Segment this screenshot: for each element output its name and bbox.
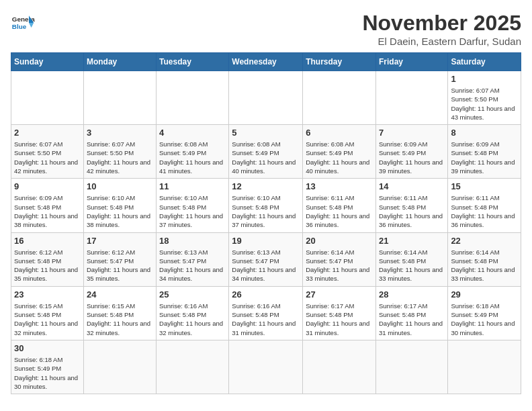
calendar-header: SundayMondayTuesdayWednesdayThursdayFrid… [11, 53, 521, 71]
day-info: Sunrise: 6:10 AM Sunset: 5:48 PM Dayligh… [87, 193, 153, 229]
day-info: Sunrise: 6:11 AM Sunset: 5:48 PM Dayligh… [306, 193, 373, 229]
day-number: 28 [379, 289, 445, 300]
calendar-cell: 12Sunrise: 6:10 AM Sunset: 5:48 PM Dayli… [229, 179, 303, 232]
svg-marker-3 [29, 23, 34, 28]
day-info: Sunrise: 6:15 AM Sunset: 5:48 PM Dayligh… [14, 302, 81, 337]
weekday-header-sunday: Sunday [11, 53, 84, 71]
day-number: 27 [306, 289, 373, 300]
calendar-cell [157, 71, 229, 125]
day-info: Sunrise: 6:12 AM Sunset: 5:48 PM Dayligh… [14, 248, 81, 283]
calendar-week-row: 16Sunrise: 6:12 AM Sunset: 5:48 PM Dayli… [11, 232, 521, 286]
day-number: 22 [451, 236, 518, 246]
weekday-header-wednesday: Wednesday [229, 53, 303, 71]
calendar-cell: 8Sunrise: 6:09 AM Sunset: 5:48 PM Daylig… [448, 125, 521, 179]
day-number: 6 [306, 128, 373, 138]
day-info: Sunrise: 6:18 AM Sunset: 5:49 PM Dayligh… [451, 302, 518, 337]
day-number: 20 [306, 236, 373, 246]
day-info: Sunrise: 6:09 AM Sunset: 5:48 PM Dayligh… [451, 140, 518, 175]
calendar-cell [11, 71, 84, 125]
calendar-cell [375, 340, 447, 394]
calendar-cell: 20Sunrise: 6:14 AM Sunset: 5:47 PM Dayli… [303, 232, 376, 286]
day-number: 24 [87, 289, 153, 300]
day-number: 1 [451, 74, 518, 84]
day-info: Sunrise: 6:13 AM Sunset: 5:47 PM Dayligh… [232, 248, 300, 283]
calendar-body: 1Sunrise: 6:07 AM Sunset: 5:50 PM Daylig… [11, 71, 521, 394]
day-info: Sunrise: 6:08 AM Sunset: 5:49 PM Dayligh… [232, 140, 300, 175]
calendar-cell: 24Sunrise: 6:15 AM Sunset: 5:48 PM Dayli… [83, 286, 156, 340]
weekday-header-tuesday: Tuesday [157, 53, 229, 71]
calendar-cell: 18Sunrise: 6:13 AM Sunset: 5:47 PM Dayli… [157, 232, 229, 286]
calendar-cell: 3Sunrise: 6:07 AM Sunset: 5:50 PM Daylig… [83, 125, 156, 179]
day-info: Sunrise: 6:11 AM Sunset: 5:48 PM Dayligh… [451, 193, 518, 229]
day-info: Sunrise: 6:14 AM Sunset: 5:48 PM Dayligh… [379, 248, 445, 283]
day-number: 25 [159, 289, 226, 300]
day-info: Sunrise: 6:16 AM Sunset: 5:48 PM Dayligh… [232, 302, 300, 337]
day-info: Sunrise: 6:09 AM Sunset: 5:48 PM Dayligh… [14, 193, 81, 229]
calendar-cell: 28Sunrise: 6:17 AM Sunset: 5:48 PM Dayli… [375, 286, 447, 340]
calendar-cell: 21Sunrise: 6:14 AM Sunset: 5:48 PM Dayli… [375, 232, 447, 286]
day-number: 9 [14, 181, 81, 191]
day-info: Sunrise: 6:13 AM Sunset: 5:47 PM Dayligh… [159, 248, 226, 283]
calendar-cell [448, 340, 521, 394]
title-area: November 2025 El Daein, Eastern Darfur, … [362, 11, 521, 47]
calendar-cell: 22Sunrise: 6:14 AM Sunset: 5:48 PM Dayli… [448, 232, 521, 286]
day-number: 14 [379, 181, 445, 191]
day-info: Sunrise: 6:12 AM Sunset: 5:47 PM Dayligh… [87, 248, 153, 283]
day-info: Sunrise: 6:11 AM Sunset: 5:48 PM Dayligh… [379, 193, 445, 229]
day-number: 10 [87, 181, 153, 191]
day-number: 19 [232, 236, 300, 246]
day-number: 17 [87, 236, 153, 246]
calendar-week-row: 30Sunrise: 6:18 AM Sunset: 5:49 PM Dayli… [11, 340, 521, 394]
day-info: Sunrise: 6:14 AM Sunset: 5:47 PM Dayligh… [306, 248, 373, 283]
day-number: 29 [451, 289, 518, 300]
calendar-cell: 16Sunrise: 6:12 AM Sunset: 5:48 PM Dayli… [11, 232, 84, 286]
day-info: Sunrise: 6:16 AM Sunset: 5:48 PM Dayligh… [159, 302, 226, 337]
calendar-cell: 19Sunrise: 6:13 AM Sunset: 5:47 PM Dayli… [229, 232, 303, 286]
day-number: 15 [451, 181, 518, 191]
weekday-row: SundayMondayTuesdayWednesdayThursdayFrid… [11, 53, 521, 71]
day-info: Sunrise: 6:07 AM Sunset: 5:50 PM Dayligh… [14, 140, 81, 175]
calendar-cell [83, 340, 156, 394]
calendar-cell: 1Sunrise: 6:07 AM Sunset: 5:50 PM Daylig… [448, 71, 521, 125]
calendar-week-row: 1Sunrise: 6:07 AM Sunset: 5:50 PM Daylig… [11, 71, 521, 125]
logo-icon: General Blue [11, 11, 35, 35]
calendar-cell: 2Sunrise: 6:07 AM Sunset: 5:50 PM Daylig… [11, 125, 84, 179]
day-number: 2 [14, 128, 81, 138]
day-number: 18 [159, 236, 226, 246]
day-info: Sunrise: 6:18 AM Sunset: 5:49 PM Dayligh… [14, 355, 81, 391]
day-number: 3 [87, 128, 153, 138]
calendar-week-row: 9Sunrise: 6:09 AM Sunset: 5:48 PM Daylig… [11, 179, 521, 232]
location-title: El Daein, Eastern Darfur, Sudan [362, 36, 521, 47]
calendar-cell: 10Sunrise: 6:10 AM Sunset: 5:48 PM Dayli… [83, 179, 156, 232]
header: General Blue November 2025 El Daein, Eas… [11, 11, 521, 47]
day-number: 8 [451, 128, 518, 138]
day-number: 16 [14, 236, 81, 246]
calendar-cell: 11Sunrise: 6:10 AM Sunset: 5:48 PM Dayli… [157, 179, 229, 232]
calendar-cell: 6Sunrise: 6:08 AM Sunset: 5:49 PM Daylig… [303, 125, 376, 179]
calendar-cell [83, 71, 156, 125]
calendar-cell [157, 340, 229, 394]
day-info: Sunrise: 6:17 AM Sunset: 5:48 PM Dayligh… [306, 302, 373, 337]
month-title: November 2025 [362, 11, 521, 36]
day-number: 30 [14, 343, 81, 353]
calendar-cell: 26Sunrise: 6:16 AM Sunset: 5:48 PM Dayli… [229, 286, 303, 340]
calendar-cell: 14Sunrise: 6:11 AM Sunset: 5:48 PM Dayli… [375, 179, 447, 232]
calendar: SundayMondayTuesdayWednesdayThursdayFrid… [11, 52, 521, 394]
day-info: Sunrise: 6:08 AM Sunset: 5:49 PM Dayligh… [159, 140, 226, 175]
logo: General Blue [11, 11, 35, 35]
calendar-cell [303, 340, 376, 394]
calendar-cell: 23Sunrise: 6:15 AM Sunset: 5:48 PM Dayli… [11, 286, 84, 340]
day-info: Sunrise: 6:07 AM Sunset: 5:50 PM Dayligh… [87, 140, 153, 175]
day-number: 23 [14, 289, 81, 300]
weekday-header-friday: Friday [375, 53, 447, 71]
day-number: 12 [232, 181, 300, 191]
day-number: 5 [232, 128, 300, 138]
calendar-cell: 7Sunrise: 6:09 AM Sunset: 5:49 PM Daylig… [375, 125, 447, 179]
day-info: Sunrise: 6:14 AM Sunset: 5:48 PM Dayligh… [451, 248, 518, 283]
day-info: Sunrise: 6:09 AM Sunset: 5:49 PM Dayligh… [379, 140, 445, 175]
day-number: 4 [159, 128, 226, 138]
day-number: 7 [379, 128, 445, 138]
calendar-cell: 9Sunrise: 6:09 AM Sunset: 5:48 PM Daylig… [11, 179, 84, 232]
day-number: 21 [379, 236, 445, 246]
day-info: Sunrise: 6:17 AM Sunset: 5:48 PM Dayligh… [379, 302, 445, 337]
